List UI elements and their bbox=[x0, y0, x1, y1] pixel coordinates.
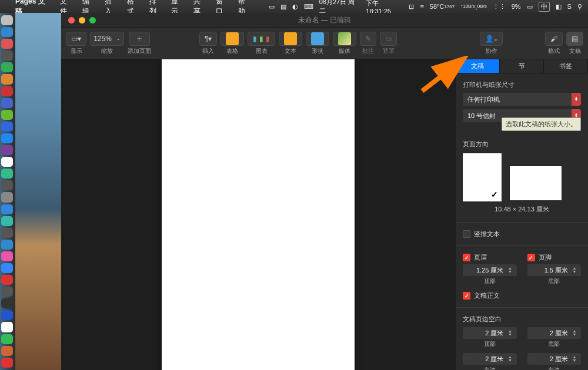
status-battery-percent[interactable]: 9% bbox=[512, 3, 521, 10]
tab-section[interactable]: 节 bbox=[500, 59, 544, 73]
inspector-sidebar: 文稿 节 书签 打印机与纸张尺寸 任何打印机 ▲▼ 10 号信封 ▲▼ bbox=[455, 59, 588, 370]
checkmark-icon: ✓ bbox=[491, 190, 498, 199]
add-page-label: 添加页面 bbox=[128, 47, 151, 55]
body-text-checkbox[interactable]: ✓ 文稿正文 bbox=[463, 291, 581, 300]
status-evernote-icon[interactable]: ◧ bbox=[556, 3, 562, 11]
tab-bookmark[interactable]: 书签 bbox=[544, 59, 588, 73]
status-wifi-icon[interactable]: ⋮⋮ bbox=[493, 3, 506, 11]
dock-icon[interactable] bbox=[1, 169, 13, 179]
insert-button[interactable]: ¶▾ bbox=[199, 32, 217, 46]
dock-icon[interactable] bbox=[1, 310, 13, 320]
dock-icon[interactable] bbox=[1, 39, 13, 49]
footer-checkbox[interactable]: ✓ 页脚 bbox=[527, 253, 582, 262]
chart-button[interactable]: ▮▮▮ bbox=[248, 32, 275, 46]
paper-size-tooltip: 选取此文稿的纸张大小。 bbox=[502, 117, 581, 131]
status-bluetooth-icon[interactable]: ⚲ bbox=[577, 3, 582, 11]
dock-icon[interactable] bbox=[1, 287, 13, 297]
dock-icon[interactable] bbox=[1, 74, 13, 84]
printer-select[interactable]: 任何打印机 ▲▼ bbox=[463, 93, 581, 106]
select-arrows-icon: ▲▼ bbox=[572, 93, 581, 106]
menubar: Pages 文稿 文件 编辑 插入 格式 排列 显示 共享 窗口 帮助 ▭ ▤ … bbox=[0, 0, 588, 13]
zoom-label: 缩放 bbox=[101, 47, 113, 55]
dock-icon[interactable] bbox=[1, 228, 13, 238]
margin-right-stepper[interactable]: 2 厘米▲▼ bbox=[527, 353, 582, 365]
status-s-icon[interactable]: S bbox=[567, 3, 572, 10]
toolbar: ▭▾ 显示 125%⌄ 缩放 + 添加页面 ¶▾ 插入 表格 ▮▮▮ bbox=[61, 28, 588, 59]
pages-window: 未命名 — 已编辑 ▭▾ 显示 125%⌄ 缩放 + 添加页面 ¶▾ 插入 bbox=[61, 13, 588, 370]
tab-document[interactable]: 文稿 bbox=[456, 59, 500, 73]
dock-icon[interactable] bbox=[1, 157, 13, 167]
document-button[interactable]: ▤ bbox=[566, 32, 583, 46]
status-display-icon: ⊡ bbox=[409, 3, 414, 11]
text-button[interactable] bbox=[279, 32, 302, 46]
dock-icon[interactable] bbox=[1, 180, 13, 190]
header-checkbox[interactable]: ✓ 页眉 bbox=[463, 253, 517, 262]
orientation-label: 页面方向 bbox=[463, 140, 581, 149]
footer-stepper[interactable]: 1.5 厘米▲▼ bbox=[527, 264, 582, 276]
vertical-text-checkbox[interactable]: 竖排文本 bbox=[463, 230, 581, 238]
status-ime[interactable]: 中 bbox=[539, 2, 550, 12]
collab-button[interactable]: 👤₊ bbox=[480, 32, 503, 46]
table-button[interactable] bbox=[220, 32, 244, 46]
status-memory-icon: ▤ bbox=[280, 3, 286, 11]
dock-icon[interactable] bbox=[1, 122, 13, 132]
dock-icon[interactable] bbox=[1, 204, 13, 214]
titlebar: 未命名 — 已编辑 bbox=[61, 13, 588, 28]
dock-icon[interactable] bbox=[1, 251, 13, 261]
add-page-button[interactable]: + bbox=[129, 32, 150, 46]
dock-icon[interactable] bbox=[1, 298, 13, 308]
margin-left-stepper[interactable]: 2 厘米▲▼ bbox=[463, 353, 517, 365]
status-time[interactable]: 下午18:31:25 bbox=[366, 0, 403, 15]
media-button[interactable] bbox=[333, 32, 356, 46]
margins-label: 文稿页边空白 bbox=[463, 315, 581, 324]
paper-dimensions: 10.48 × 24.13 厘米 bbox=[463, 205, 581, 214]
dock-icon[interactable] bbox=[1, 27, 13, 37]
status-notch-icon: ▭ bbox=[269, 3, 275, 11]
zoom-select[interactable]: 125%⌄ bbox=[90, 32, 124, 46]
dock-icon[interactable] bbox=[1, 322, 13, 332]
view-label: 显示 bbox=[71, 47, 82, 55]
annotate-button[interactable]: ✎ bbox=[360, 32, 376, 46]
status-temp: 58°C1767 bbox=[430, 3, 455, 10]
status-keyboard-icon: ⌨ bbox=[304, 3, 313, 11]
format-button[interactable]: 🖌 bbox=[545, 32, 563, 46]
mask-button[interactable]: ▭ bbox=[380, 32, 397, 46]
dock bbox=[0, 13, 15, 370]
status-net: ↑10B/s↓0B/s bbox=[460, 2, 486, 11]
dock-icon[interactable] bbox=[1, 358, 13, 368]
view-button[interactable]: ▭▾ bbox=[66, 32, 86, 46]
status-bars-icon: ≡ bbox=[420, 3, 423, 10]
orientation-portrait[interactable]: ✓ bbox=[463, 153, 502, 201]
dock-icon[interactable] bbox=[1, 62, 13, 72]
status-siri-icon: ◐ bbox=[292, 3, 298, 11]
dock-icon[interactable] bbox=[1, 98, 13, 108]
dock-icon[interactable] bbox=[1, 51, 13, 60]
header-stepper[interactable]: 1.25 厘米▲▼ bbox=[463, 264, 517, 276]
margin-bottom-stepper[interactable]: 2 厘米▲▼ bbox=[527, 327, 582, 339]
document-page[interactable] bbox=[162, 59, 355, 370]
dock-icon[interactable] bbox=[1, 110, 13, 120]
dock-icon[interactable] bbox=[1, 263, 13, 273]
dock-icon[interactable] bbox=[1, 15, 13, 25]
dock-icon[interactable] bbox=[1, 192, 13, 202]
desktop-background bbox=[15, 13, 61, 370]
dock-icon[interactable] bbox=[1, 86, 13, 96]
dock-icon[interactable] bbox=[1, 346, 13, 356]
orientation-landscape[interactable] bbox=[510, 153, 562, 201]
printer-section-label: 打印机与纸张尺寸 bbox=[463, 80, 581, 89]
dock-icon[interactable] bbox=[1, 145, 13, 155]
shape-button[interactable] bbox=[306, 32, 329, 46]
dock-icon[interactable] bbox=[1, 133, 13, 143]
dock-icon[interactable] bbox=[1, 216, 13, 226]
window-title: 未命名 — 已编辑 bbox=[61, 15, 588, 25]
dock-icon[interactable] bbox=[1, 275, 13, 285]
margin-top-stepper[interactable]: 2 厘米▲▼ bbox=[463, 327, 517, 339]
status-battery-icon: ▭ bbox=[527, 3, 533, 11]
document-canvas[interactable] bbox=[61, 59, 455, 370]
dock-icon[interactable] bbox=[1, 334, 13, 344]
dock-icon[interactable] bbox=[1, 240, 13, 250]
